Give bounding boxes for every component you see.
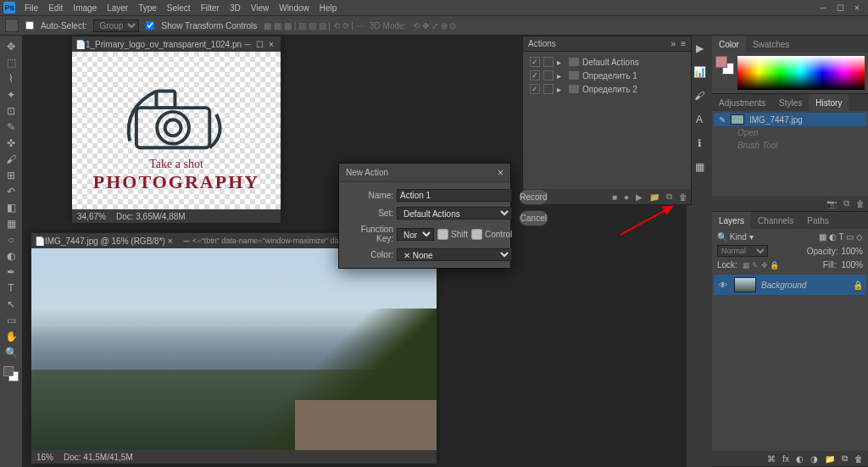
tab-history[interactable]: History [809,94,849,111]
lasso-tool[interactable]: ⌇ [3,71,19,86]
fkey-select[interactable]: None [397,228,434,241]
wand-tool[interactable]: ✦ [3,87,19,103]
blend-mode-select[interactable]: Normal [717,245,768,257]
play-icon[interactable]: ▶ [636,192,643,202]
show-transform-check[interactable] [146,21,154,30]
stamp-tool[interactable]: ⊞ [3,168,19,183]
link-icon[interactable]: ⌘ [767,454,776,464]
close-icon[interactable]: × [852,3,862,13]
trash-icon[interactable]: 🗑 [856,199,865,208]
color-picker[interactable] [737,56,865,90]
cancel-button[interactable]: Cancel [519,210,548,226]
window-maximize[interactable]: ☐ [253,40,265,49]
path-tool[interactable]: ↖ [3,297,19,312]
layer-row[interactable]: 👁 Background 🔒 [714,275,866,295]
hand-tool[interactable]: ✋ [3,329,19,344]
menu-3d[interactable]: 3D [225,3,245,13]
maximize-icon[interactable]: ☐ [835,3,845,13]
menu-edit[interactable]: Edit [44,3,67,13]
type-tool[interactable]: T [3,281,19,296]
tab-layers[interactable]: Layers [712,212,751,229]
stop-icon[interactable]: ■ [612,192,617,202]
dodge-tool[interactable]: ◐ [3,248,19,264]
record-button[interactable]: Record [519,189,548,205]
visibility-icon[interactable]: 👁 [717,281,729,290]
menu-view[interactable]: View [247,3,274,13]
action-name-input[interactable] [397,189,512,202]
tab-channels[interactable]: Channels [751,212,800,229]
tab-paths[interactable]: Paths [800,212,836,229]
gradient-tool[interactable]: ▦ [3,216,19,231]
minimize-icon[interactable]: ─ [818,3,828,13]
new-action-icon[interactable]: ⧉ [666,192,672,202]
trash-icon[interactable]: 🗑 [679,192,687,202]
trash-icon[interactable]: 🗑 [854,454,863,464]
right-panels: Color Swatches Adjustments Styles Histor… [712,36,868,467]
zoom-level: 16% [36,453,53,462]
svg-rect-0 [136,108,209,147]
auto-select-check[interactable] [25,21,34,30]
group-icon[interactable]: 📁 [825,454,835,464]
fx-icon[interactable]: fx [782,454,789,464]
play-panel-icon[interactable]: ▶ [692,41,707,56]
document-window-logo[interactable]: 📄 1_Primary_logo_ov_transparent_1024.png… [71,36,281,222]
char-panel-icon[interactable]: A [692,112,707,127]
new-layer-icon[interactable]: ⧉ [842,453,848,464]
window-minimize[interactable]: ─ [242,40,253,49]
swatches-icon[interactable]: ▦ [692,159,707,175]
healing-tool[interactable]: ✜ [3,136,19,151]
history-step[interactable]: Brush Tool [714,139,866,152]
dialog-close[interactable]: × [498,167,504,179]
action-set-row[interactable]: ✓▸ Default Actions [526,55,687,69]
move-tool[interactable]: ✥ [3,39,19,54]
adjustment-icon[interactable]: ◑ [810,454,818,464]
blur-tool[interactable]: ○ [3,232,19,247]
crop-tool[interactable]: ⊡ [3,103,19,119]
menu-file[interactable]: File [20,3,42,13]
action-set-row[interactable]: ✓▸ Определить 2 [526,82,687,96]
auto-select-dropdown[interactable]: Group [93,19,139,32]
action-set-select[interactable]: Default Actions [397,207,512,220]
action-set-row[interactable]: ✓▸ Определить 1 [526,69,687,82]
show-transform-label: Show Transform Controls [161,21,257,31]
mask-icon[interactable]: ◐ [796,454,804,464]
camera-icon[interactable]: 📷 [826,199,837,208]
history-brush-tool[interactable]: ↶ [3,184,19,199]
auto-select-label: Auto-Select: [41,21,86,31]
pen-tool[interactable]: ✒ [3,264,19,280]
tab-color[interactable]: Color [712,36,746,53]
menu-filter[interactable]: Filter [197,3,224,13]
menu-select[interactable]: Select [163,3,195,13]
collapse-icon[interactable]: » [671,39,676,48]
menu-type[interactable]: Type [134,3,161,13]
zoom-level: 34,67% [77,212,106,221]
shape-tool[interactable]: ▭ [3,313,19,328]
histogram-icon[interactable]: 📊 [692,64,707,80]
color-select[interactable]: ✕ None [397,248,512,261]
zoom-tool[interactable]: 🔍 [3,345,19,360]
record-icon[interactable]: ● [624,192,629,202]
eyedropper-tool[interactable]: ✎ [3,120,19,135]
set-label: Set: [346,208,393,218]
history-step[interactable]: Open [714,126,866,139]
menu-layer[interactable]: Layer [103,3,132,13]
menu-image[interactable]: Image [69,3,101,13]
color-swatch[interactable] [3,366,19,381]
new-set-icon[interactable]: 📁 [649,192,659,202]
panel-menu-icon[interactable]: ≡ [681,39,686,48]
tab-swatches[interactable]: Swatches [746,36,796,53]
tab-styles[interactable]: Styles [772,94,809,111]
new-snapshot-icon[interactable]: ⧉ [843,198,849,208]
current-colors[interactable] [715,56,734,75]
history-snapshot[interactable]: ✎IMG_7447.jpg [714,113,866,126]
tab-adjustments[interactable]: Adjustments [712,94,772,111]
brush-settings-icon[interactable]: 🖌 [692,88,707,103]
window-close[interactable]: × [265,40,277,49]
menu-help[interactable]: Help [315,3,342,13]
menu-window[interactable]: Window [275,3,314,13]
brush-tool[interactable]: 🖌 [3,152,19,167]
marquee-tool[interactable]: ⬚ [3,55,19,70]
window-minimize[interactable]: ─ [181,236,192,246]
eraser-tool[interactable]: ◧ [3,200,19,215]
info-icon[interactable]: ℹ [692,136,707,151]
